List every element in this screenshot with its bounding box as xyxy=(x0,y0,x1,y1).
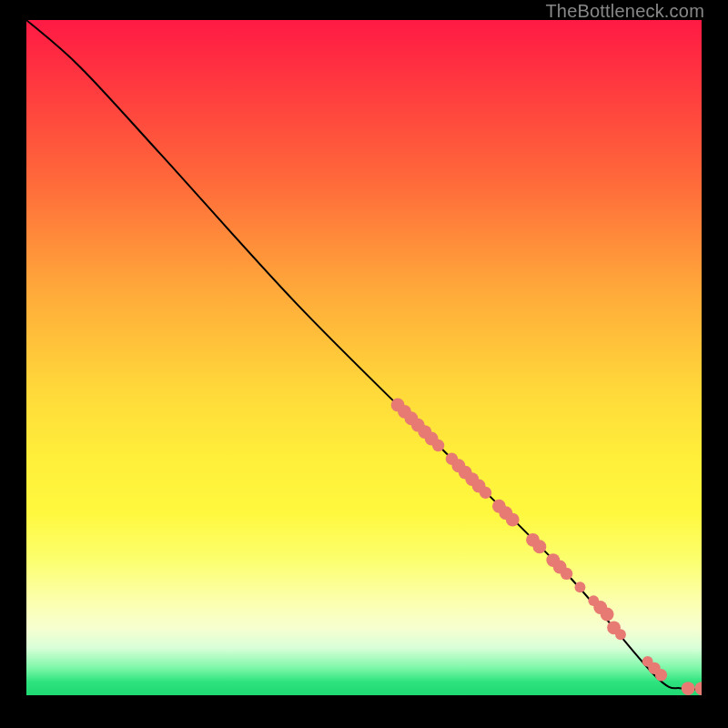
data-marker xyxy=(695,682,702,695)
markers-group xyxy=(391,399,702,695)
attribution-text: TheBottleneck.com xyxy=(545,1,704,22)
data-marker xyxy=(533,540,547,553)
curve-line xyxy=(26,20,702,690)
data-marker xyxy=(561,568,572,580)
chart-stage: TheBottleneck.com xyxy=(0,0,728,728)
data-marker xyxy=(432,440,444,451)
data-marker xyxy=(601,608,614,622)
data-marker xyxy=(506,513,520,527)
data-marker xyxy=(655,669,667,681)
chart-svg xyxy=(26,20,702,695)
data-marker xyxy=(682,682,695,695)
data-marker xyxy=(615,629,626,640)
data-marker xyxy=(480,487,491,499)
chart-plot-area xyxy=(26,20,702,695)
data-marker xyxy=(575,581,586,592)
